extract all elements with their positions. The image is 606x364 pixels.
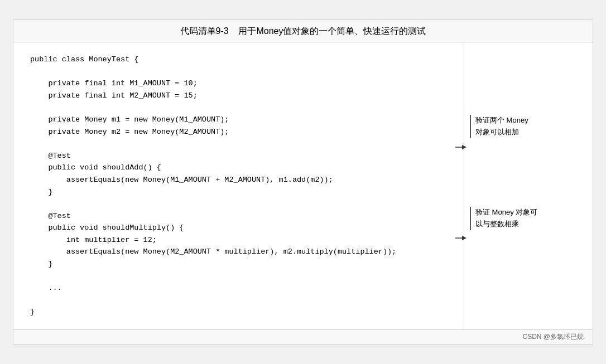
annotation-2-line1: 验证 Money 对象可 — [475, 208, 537, 216]
annotation-2: 验证 Money 对象可 以与整数相乘 — [470, 207, 537, 230]
annotation-1-line2: 对象可以相加 — [475, 128, 519, 136]
title-text: 代码清单9-3 用于Money值对象的一个简单、快速运行的测试 — [180, 26, 426, 36]
annotations-area: 验证两个 Money 对象可以相加 验证 Money 对象可 以与整数相乘 — [464, 42, 593, 329]
title-description: 用于Money值对象的一个简单、快速运行的测试 — [238, 26, 426, 36]
svg-marker-1 — [462, 145, 466, 149]
title-bar: 代码清单9-3 用于Money值对象的一个简单、快速运行的测试 — [13, 20, 593, 42]
arrow-2-svg — [454, 234, 466, 242]
annotation-1: 验证两个 Money 对象可以相加 — [470, 115, 528, 138]
footer-text: CSDN @多氯环已烷 — [522, 333, 584, 341]
arrow-2 — [454, 234, 466, 242]
main-container: 代码清单9-3 用于Money值对象的一个简单、快速运行的测试 public c… — [13, 20, 593, 344]
footer: CSDN @多氯环已烷 — [13, 329, 593, 344]
annotation-2-line2: 以与整数相乘 — [475, 220, 519, 228]
arrow-1-svg — [454, 143, 466, 152]
arrow-1 — [454, 143, 466, 152]
code-block: public class MoneyTest { private final i… — [30, 54, 447, 318]
code-panel: public class MoneyTest { private final i… — [13, 42, 464, 329]
svg-marker-3 — [462, 236, 466, 240]
annotation-1-line1: 验证两个 Money — [475, 116, 528, 124]
title-prefix: 代码清单9-3 — [180, 26, 229, 36]
